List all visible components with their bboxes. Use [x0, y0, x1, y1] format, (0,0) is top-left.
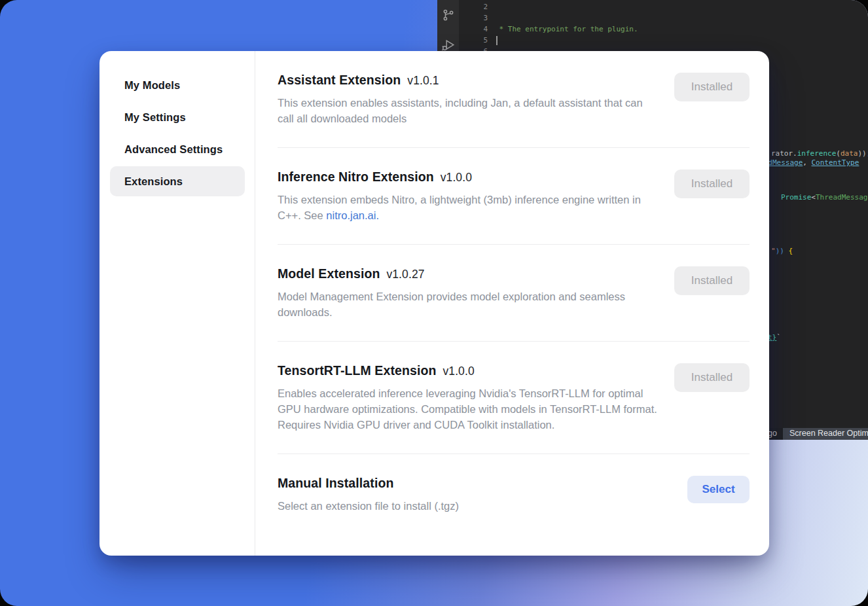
- extension-info: TensortRT-LLM Extensionv1.0.0 Enables ac…: [278, 363, 674, 433]
- extension-version: v1.0.1: [407, 74, 439, 87]
- extension-row-tensorrt-llm: TensortRT-LLM Extensionv1.0.0 Enables ac…: [278, 342, 750, 454]
- section-name: Manual Installation: [278, 476, 393, 490]
- screen-reader-optimized-button[interactable]: Screen Reader Optimized: [783, 428, 868, 440]
- extension-title: Inference Nitro Extensionv1.0.0: [278, 169, 661, 185]
- extension-description: This extension embeds Nitro, a lightweig…: [278, 192, 657, 223]
- extension-info: Manual Installation Select an extension …: [278, 476, 687, 514]
- code-fragment: ")) {: [771, 245, 793, 257]
- sidebar-item-extensions[interactable]: Extensions: [110, 166, 245, 196]
- extension-title: TensortRT-LLM Extensionv1.0.0: [278, 363, 661, 378]
- import-id: ContentType: [812, 158, 859, 167]
- extension-info: Assistant Extensionv1.0.1 This extension…: [278, 73, 674, 126]
- line-numbers: 2 3 4 5 6: [459, 1, 488, 57]
- sidebar-item-my-models[interactable]: My Models: [110, 70, 245, 100]
- extension-row-assistant: Assistant Extensionv1.0.1 This extension…: [278, 51, 750, 148]
- settings-sidebar: My Models My Settings Advanced Settings …: [99, 51, 255, 556]
- extension-version: v1.0.0: [443, 365, 474, 378]
- nitro-jan-ai-link[interactable]: nitro.jan.ai.: [326, 209, 379, 221]
- extension-description: Enables accelerated inference leveraging…: [278, 385, 657, 433]
- extension-title: Model Extensionv1.0.27: [278, 266, 661, 281]
- extension-row-model: Model Extensionv1.0.27 Model Management …: [278, 245, 750, 342]
- code-fragment: rator.inference(data));: [771, 148, 868, 159]
- status-bar-text: go: [768, 429, 777, 438]
- run-and-debug-icon[interactable]: [441, 38, 456, 52]
- extension-info: Inference Nitro Extensionv1.0.0 This ext…: [278, 169, 674, 223]
- extension-description: Model Management Extension provides mode…: [278, 289, 657, 320]
- code-line-2: * The entrypoint for the plugin.: [495, 24, 859, 35]
- extension-name: Assistant Extension: [278, 73, 401, 87]
- code-fragment: Promise<ThreadMessage>: [781, 192, 868, 203]
- extensions-list: Assistant Extensionv1.0.1 This extension…: [255, 51, 769, 556]
- screenshot-stage: 2 3 4 5 6 * The entrypoint for the plugi…: [0, 0, 868, 606]
- extension-description: This extension enables assistants, inclu…: [278, 95, 657, 126]
- installed-button[interactable]: Installed: [674, 363, 750, 392]
- installed-button[interactable]: Installed: [674, 73, 750, 101]
- extension-row-inference-nitro: Inference Nitro Extensionv1.0.0 This ext…: [278, 148, 750, 245]
- sidebar-item-my-settings[interactable]: My Settings: [110, 102, 245, 132]
- extension-name: TensortRT-LLM Extension: [278, 363, 436, 378]
- extension-name: Inference Nitro Extension: [278, 169, 434, 184]
- sidebar-item-advanced-settings[interactable]: Advanced Settings: [110, 134, 245, 164]
- extension-version: v1.0.27: [386, 268, 424, 281]
- source-control-icon[interactable]: [441, 8, 456, 22]
- code-fragment: t}`: [768, 332, 781, 343]
- text-cursor: [496, 36, 497, 45]
- extension-version: v1.0.0: [441, 171, 472, 184]
- app-window: 2 3 4 5 6 * The entrypoint for the plugi…: [0, 0, 868, 606]
- manual-installation-description: Select an extension file to install (.tg…: [278, 498, 657, 514]
- extension-info: Model Extensionv1.0.27 Model Management …: [278, 266, 674, 320]
- extension-name: Model Extension: [278, 266, 380, 281]
- installed-button[interactable]: Installed: [674, 266, 750, 295]
- installed-button[interactable]: Installed: [674, 169, 750, 198]
- manual-installation-title: Manual Installation: [278, 476, 674, 491]
- settings-card: My Models My Settings Advanced Settings …: [99, 51, 769, 556]
- manual-installation-row: Manual Installation Select an extension …: [278, 454, 750, 535]
- select-file-button[interactable]: Select: [687, 476, 750, 503]
- comma: ,: [803, 158, 811, 167]
- extension-title: Assistant Extensionv1.0.1: [278, 73, 661, 88]
